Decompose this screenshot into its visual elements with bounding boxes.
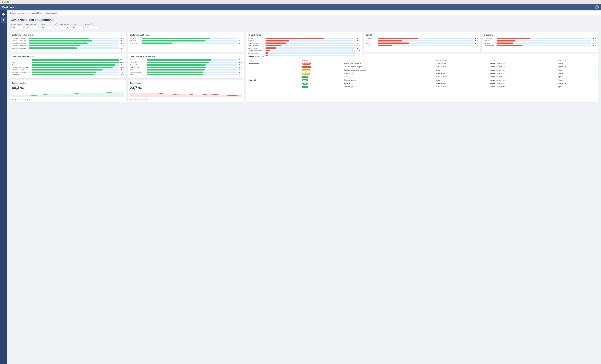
bar-item: Escalier95 % (12, 64, 124, 66)
filter-group-1: VérificationTous (25, 23, 38, 29)
bar-label: NF C 15-100 (130, 42, 141, 44)
table-cell-badge: Validé (301, 82, 343, 85)
card-exposition: ExpositionTrès probable35 %Probable19 %I… (482, 32, 598, 52)
bar-item: ISO 1400172 % (130, 38, 242, 39)
bar-fill (29, 45, 80, 46)
bar-track (142, 38, 237, 39)
table-cell-plan (248, 65, 301, 69)
sidebar-item-history[interactable]: 🕐 (1, 12, 6, 17)
bar-track (29, 48, 119, 49)
bar-fill (147, 69, 205, 70)
bar-fill (29, 42, 88, 44)
bar-label: Garde-corps (12, 74, 31, 75)
bar-pct: 72 % (238, 38, 242, 39)
bar-pct: 95 % (120, 64, 124, 66)
bar-item: Très improbable26 % (484, 45, 596, 46)
bar-label: Faible (366, 45, 377, 46)
bar-item: Décret exéc. n°80-65465 % (12, 42, 124, 44)
table-row: ValidéEchafaudagePoste de travail 3Mesur… (248, 85, 596, 89)
bar-track (266, 50, 355, 51)
bar-fill (147, 67, 206, 68)
bar-label: Improbable (484, 42, 496, 44)
filter-select-vérification[interactable]: Tous (25, 26, 38, 29)
bar-fill (32, 71, 96, 73)
filter-label-4: Priorité (70, 23, 84, 25)
bar-fill (147, 59, 211, 61)
table-cell-action: Mesure Corrective 219 (489, 72, 557, 75)
filter-group-2: NormeTous (40, 23, 53, 29)
total-risques-value: 23,7 % (130, 86, 242, 90)
minimize-button[interactable] (4, 1, 6, 3)
table-header: LIEU DE TRAVAIL (436, 59, 489, 62)
table-cell-badge: En attente (301, 69, 343, 72)
filter-label-0: Lieu de travail (10, 23, 23, 25)
close-button[interactable] (2, 1, 3, 3)
card-conf-lieux: Conformité des lieux de travailRéfectoir… (128, 54, 244, 78)
bar-label: Ergonomie poste de travail (12, 67, 31, 68)
bar-fill (29, 38, 89, 39)
card-conf-normes-title: Conformité aux Normes (130, 34, 242, 36)
table-row: Août 2023ValidéSécurité machineAtelierMe… (248, 79, 596, 82)
card-total-conformites: Total conformités66,4 %▼ 2.4% que le moi… (10, 80, 126, 102)
table-cell-plan (248, 75, 301, 79)
bar-label: Chutes d'objets (248, 47, 265, 49)
table-header: PLAN (248, 59, 301, 62)
bar-item: Ergonomie poste de travail93 % (12, 67, 124, 68)
table-cell-lieu: Hébergement (436, 82, 489, 85)
bar-label: Très probable (484, 38, 496, 39)
bar-item: Risque Chimique23 % (248, 42, 360, 44)
bar-fill (32, 64, 115, 66)
bar-track (497, 38, 591, 39)
bar-label: Explosion (248, 40, 265, 41)
bar-pct: 19 % (592, 40, 596, 41)
bar-item: Poste de travail 165 % (130, 67, 242, 68)
sidebar-item-apps[interactable]: ⋮⋮ (1, 23, 6, 29)
page-header: Conformité des équipements Lieu de trava… (7, 16, 601, 31)
filter-select-réglementation[interactable]: Tous (55, 26, 68, 29)
table-cell-badge: Validé (301, 75, 343, 79)
total-conf-change: ▼ 2.4% que le mois dernier (12, 98, 124, 100)
bar-item: Risque Machine17 % (248, 45, 360, 46)
bar-track (147, 71, 237, 73)
filter-select-priorité[interactable]: Tous (70, 26, 84, 29)
bar-fill (266, 45, 281, 46)
bar-pct: 65 % (356, 38, 360, 39)
sidebar-item-grid[interactable]: ⊞ (1, 17, 6, 23)
bar-label: Laboratoire (130, 61, 146, 63)
filter-select-lieu-de-travail[interactable]: Tous (10, 26, 23, 29)
bar-pct: 42 % (474, 38, 478, 39)
filter-select-assigné-à[interactable]: Tous (85, 26, 99, 29)
sidebar: 🕐 ⊞ ⋮⋮ (0, 10, 7, 364)
maximize-button[interactable] (7, 1, 9, 3)
sparkline-red (130, 90, 242, 97)
bar-track (32, 59, 119, 61)
bar-fill (142, 38, 210, 39)
card-conf-reglementaire: Conformité réglementaireDécret exéc. n°0… (10, 32, 126, 52)
bar-fill (147, 74, 203, 75)
table-row: ValidéHygièneHébergementMesure Correctiv… (248, 82, 596, 85)
bar-label: Maladie Professionnelle (248, 50, 265, 51)
filters-row: Lieu de travailTousVérificationTousNorme… (10, 23, 598, 29)
bar-fill (266, 52, 268, 54)
bar-pct: 26 % (592, 45, 596, 46)
table-cell-assignee: Ingénieur 1 (557, 62, 596, 65)
bar-fill (266, 42, 286, 44)
table-cell-plan (248, 69, 301, 72)
bar-pct: 33 % (474, 42, 478, 44)
bar-label: Probable (484, 40, 496, 41)
bar-track (147, 67, 237, 68)
bar-pct: 32 % (238, 42, 242, 44)
bar-track (266, 40, 355, 41)
table-cell-desc: Voies d'accès (343, 72, 436, 75)
bar-label: Bureau 2 (130, 74, 146, 75)
bar-label: Grave (366, 40, 377, 41)
card-total-risques: Total risques23,7 %▼ 1.3% que le mois de… (128, 80, 244, 102)
card-conf-verif: Conformité après vérificationAppareils d… (10, 54, 126, 78)
bar-item: Laboratoire69 % (130, 61, 242, 63)
table-header: ASSIGNÉE À (557, 59, 596, 62)
user-avatar[interactable]: 👤 (595, 5, 599, 9)
bar-fill (497, 40, 515, 41)
bar-track (29, 45, 119, 46)
filter-select-norme[interactable]: Tous (40, 26, 53, 29)
bar-pct: 57 % (120, 45, 124, 46)
